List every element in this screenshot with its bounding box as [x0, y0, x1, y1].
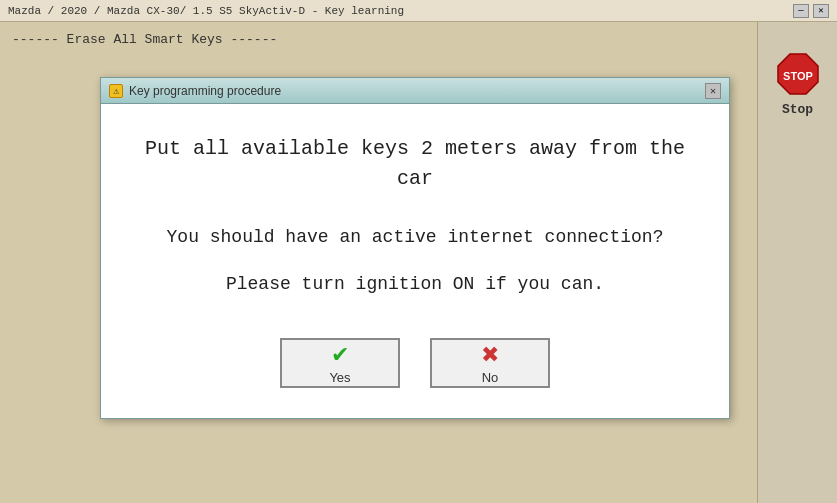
dialog-message-2: You should have an active internet conne…: [141, 224, 689, 251]
main-area: ------ Erase All Smart Keys ------ ⚠ Key…: [0, 22, 837, 503]
dialog-message-1: Put all available keys 2 meters away fro…: [141, 134, 689, 194]
checkmark-icon: ✔: [331, 342, 349, 368]
title-bar: Mazda / 2020 / Mazda CX-30/ 1.5 S5 SkyAc…: [0, 0, 837, 22]
dialog-title-bar: ⚠ Key programming procedure ✕: [101, 78, 729, 104]
window-title: Mazda / 2020 / Mazda CX-30/ 1.5 S5 SkyAc…: [8, 5, 404, 17]
x-icon: ✖: [481, 342, 499, 368]
svg-text:STOP: STOP: [783, 70, 813, 82]
erase-text: ------ Erase All Smart Keys ------: [12, 32, 745, 47]
close-button[interactable]: ✕: [813, 4, 829, 18]
dialog: ⚠ Key programming procedure ✕ Put all av…: [100, 77, 730, 419]
yes-button[interactable]: ✔ Yes: [280, 338, 400, 388]
dialog-title: Key programming procedure: [129, 84, 281, 98]
no-label: No: [482, 370, 499, 385]
stop-icon[interactable]: STOP: [776, 52, 820, 96]
dialog-message-3: Please turn ignition ON if you can.: [141, 271, 689, 298]
minimize-button[interactable]: —: [793, 4, 809, 18]
left-content: ------ Erase All Smart Keys ------ ⚠ Key…: [0, 22, 757, 503]
dialog-close-button[interactable]: ✕: [705, 83, 721, 99]
dialog-title-content: ⚠ Key programming procedure: [109, 84, 281, 98]
stop-label: Stop: [782, 102, 813, 117]
window-controls: — ✕: [793, 4, 829, 18]
dialog-body: Put all available keys 2 meters away fro…: [101, 104, 729, 418]
yes-label: Yes: [329, 370, 350, 385]
stop-panel: STOP Stop: [757, 22, 837, 503]
dialog-buttons: ✔ Yes ✖ No: [141, 338, 689, 388]
no-button[interactable]: ✖ No: [430, 338, 550, 388]
warning-icon: ⚠: [109, 84, 123, 98]
